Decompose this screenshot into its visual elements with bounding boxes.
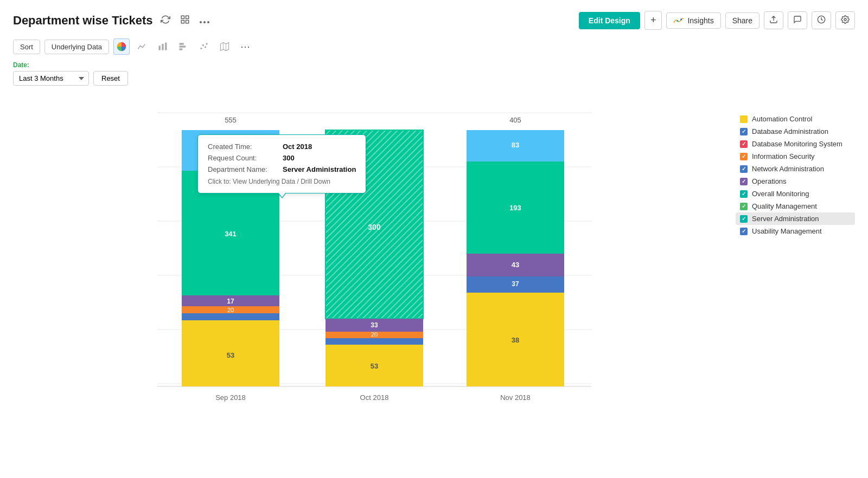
legend-label-db-monitoring: Database Monitoring System [752, 140, 843, 148]
tooltip-hint: Click to: View Underlying Data / Drill D… [208, 178, 356, 185]
legend-label-network-admin: Network Administration [752, 165, 824, 173]
bar1-total: 555 [225, 116, 237, 124]
legend-item-network-admin[interactable]: ✓ Network Administration [736, 163, 855, 175]
svg-text:37: 37 [512, 280, 519, 288]
legend-item-info-security[interactable]: ✓ Information Security [736, 150, 855, 163]
add-button[interactable]: + [644, 11, 662, 30]
legend-label-operations: Operations [752, 177, 787, 185]
chart-area: Created Time: Oct 2018 Request Count: 30… [13, 102, 725, 429]
tooltip-dept-label: Department Name: [208, 165, 278, 173]
svg-rect-15 [180, 46, 186, 47]
svg-rect-14 [180, 43, 184, 44]
svg-rect-1 [186, 16, 188, 18]
header: Department wise Tickets Edit Design + In… [13, 11, 855, 30]
legend-item-db-monitoring[interactable]: ✓ Database Monitoring System [736, 138, 855, 150]
legend-color-automation [740, 115, 748, 123]
legend-color-quality-mgmt: ✓ [740, 203, 748, 210]
underlying-data-button[interactable]: Underlying Data [44, 40, 109, 54]
bar2-label: Oct 2018 [360, 393, 389, 402]
svg-point-7 [677, 20, 679, 22]
legend-color-network-admin: ✓ [740, 165, 748, 173]
comment-button[interactable] [788, 11, 807, 29]
legend-label-quality-mgmt: Quality Management [752, 202, 817, 210]
svg-point-10 [844, 18, 846, 21]
page: Department wise Tickets Edit Design + In… [0, 0, 868, 478]
share-button[interactable]: Share [725, 12, 760, 29]
svg-text:33: 33 [371, 321, 378, 329]
chart-type-scatter[interactable] [196, 38, 212, 55]
header-left: Department wise Tickets [13, 12, 212, 29]
svg-text:38: 38 [512, 336, 519, 344]
tooltip-count-label: Request Count: [208, 154, 278, 162]
legend-color-info-security: ✓ [740, 153, 748, 160]
svg-text:43: 43 [512, 261, 519, 269]
refresh-button[interactable] [158, 12, 173, 29]
toolbar: Sort Underlying Data ⋯ [13, 38, 855, 55]
header-right: Edit Design + Insights Share [579, 11, 855, 30]
chart-type-hbar[interactable] [175, 38, 192, 55]
svg-rect-2 [181, 20, 184, 23]
tooltip-created-label: Created Time: [208, 143, 278, 151]
filter-section: Date: Last 3 Months Last 6 Months Last 1… [13, 61, 855, 86]
legend: Automation Control ✓ Database Administra… [736, 102, 855, 429]
tooltip-dept-value: Server Administration [283, 165, 356, 173]
sort-button[interactable]: Sort [13, 40, 40, 54]
reset-button[interactable]: Reset [93, 71, 128, 86]
legend-item-overall-monitoring[interactable]: ✓ Overall Monitoring [736, 188, 855, 200]
filter-row: Last 3 Months Last 6 Months Last 12 Mont… [13, 71, 855, 86]
svg-text:53: 53 [227, 351, 234, 359]
upload-button[interactable] [764, 11, 783, 29]
settings-button[interactable] [835, 11, 855, 29]
legend-item-server-admin[interactable]: ✓ Server Administration [736, 212, 855, 225]
svg-text:17: 17 [227, 298, 234, 305]
tooltip-created-value: Oct 2018 [283, 143, 312, 151]
legend-color-server-admin: ✓ [740, 215, 748, 223]
svg-point-19 [205, 46, 206, 48]
chart-svg: 555 109 341 17 20 53 Sep 2018 [13, 102, 725, 427]
svg-rect-12 [162, 44, 163, 50]
svg-point-6 [207, 21, 209, 23]
legend-color-usability-mgmt: ✓ [740, 228, 748, 235]
svg-point-20 [206, 43, 207, 44]
legend-item-usability-mgmt[interactable]: ✓ Usability Management [736, 225, 855, 237]
svg-text:300: 300 [368, 223, 381, 231]
svg-text:193: 193 [509, 204, 521, 212]
svg-point-4 [200, 21, 202, 23]
grid-button[interactable] [178, 12, 192, 29]
tooltip-arrow-inner [278, 192, 286, 197]
bar2-dba[interactable] [326, 338, 423, 345]
legend-color-operations: ✓ [740, 178, 748, 185]
chart-more-button[interactable]: ⋯ [237, 40, 253, 54]
svg-rect-0 [181, 16, 184, 18]
bar1-label: Sep 2018 [215, 393, 246, 402]
legend-item-operations[interactable]: ✓ Operations [736, 175, 855, 188]
bar3-label: Nov 2018 [500, 393, 531, 402]
svg-point-18 [202, 44, 204, 46]
chart-type-line[interactable] [134, 38, 150, 55]
chart-type-bar[interactable] [155, 38, 171, 55]
legend-label-usability-mgmt: Usability Management [752, 227, 822, 235]
insights-button[interactable]: Insights [666, 12, 720, 29]
svg-text:53: 53 [371, 362, 378, 370]
svg-rect-13 [165, 43, 167, 50]
page-title: Department wise Tickets [13, 14, 153, 28]
edit-design-button[interactable]: Edit Design [579, 12, 640, 29]
chart-type-map[interactable] [216, 38, 233, 55]
svg-rect-3 [186, 20, 188, 23]
legend-label-db-admin: Database Administration [752, 127, 828, 135]
legend-item-quality-mgmt[interactable]: ✓ Quality Management [736, 200, 855, 212]
date-filter-select[interactable]: Last 3 Months Last 6 Months Last 12 Mont… [13, 71, 89, 86]
svg-text:20: 20 [371, 331, 378, 338]
history-button[interactable] [812, 11, 831, 29]
legend-item-db-admin[interactable]: ✓ Database Administration [736, 125, 855, 138]
bar1-dba[interactable] [182, 313, 279, 320]
svg-rect-16 [180, 48, 183, 50]
insights-icon [673, 17, 684, 24]
more-options-button[interactable] [197, 14, 212, 28]
tooltip: Created Time: Oct 2018 Request Count: 30… [197, 134, 366, 193]
chart-wrapper: Created Time: Oct 2018 Request Count: 30… [13, 96, 855, 429]
legend-color-overall-monitoring: ✓ [740, 190, 748, 198]
legend-item-automation[interactable]: Automation Control [736, 113, 855, 125]
filter-label: Date: [13, 61, 855, 69]
chart-type-pie[interactable] [113, 38, 130, 55]
